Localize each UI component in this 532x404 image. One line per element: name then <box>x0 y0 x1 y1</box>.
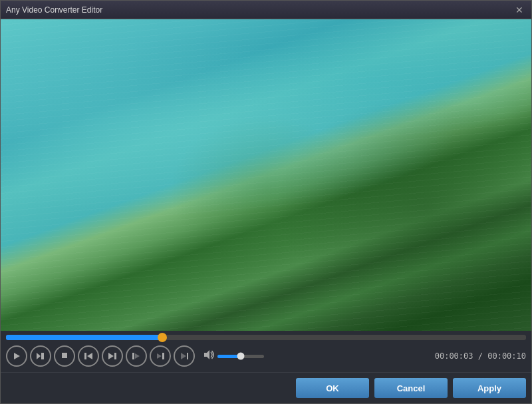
svg-marker-1 <box>37 353 41 359</box>
current-time: 00:00:03 <box>435 351 473 361</box>
volume-thumb[interactable] <box>237 353 245 360</box>
apply-button[interactable]: Apply <box>453 378 526 398</box>
mark-out-button[interactable] <box>150 345 171 367</box>
mark-in-button[interactable] <box>126 345 147 367</box>
svg-marker-9 <box>135 353 140 359</box>
skip-start-button[interactable] <box>78 345 99 367</box>
play-button[interactable] <box>6 345 27 367</box>
svg-marker-5 <box>87 353 92 359</box>
svg-marker-6 <box>108 353 114 359</box>
svg-marker-10 <box>157 353 162 359</box>
window-title: Any Video Converter Editor <box>6 5 102 15</box>
volume-track[interactable] <box>217 355 264 358</box>
svg-marker-12 <box>181 353 186 359</box>
main-window: Any Video Converter Editor ✕ <box>0 0 532 404</box>
progress-bar-container[interactable] <box>1 331 531 343</box>
buttons-row: 00:00:03 / 00:00:10 <box>1 343 531 372</box>
progress-thumb[interactable] <box>158 333 167 342</box>
cancel-button[interactable]: Cancel <box>374 378 448 398</box>
close-button[interactable]: ✕ <box>513 3 526 17</box>
volume-section <box>203 349 264 363</box>
svg-rect-13 <box>187 353 188 359</box>
svg-rect-2 <box>41 353 44 359</box>
video-canvas <box>1 19 531 331</box>
svg-rect-11 <box>162 353 164 359</box>
svg-rect-8 <box>132 353 134 359</box>
clip-button[interactable] <box>174 345 195 367</box>
svg-marker-14 <box>204 350 209 359</box>
footer-buttons: OK Cancel Apply <box>1 372 531 403</box>
ok-button[interactable]: OK <box>296 378 369 398</box>
progress-track[interactable] <box>6 335 526 340</box>
skip-end-button[interactable] <box>102 345 123 367</box>
video-area <box>1 19 531 331</box>
total-time: 00:00:10 <box>487 351 526 361</box>
svg-rect-7 <box>114 353 116 359</box>
volume-icon <box>203 349 215 363</box>
stop-button[interactable] <box>54 345 75 367</box>
controls-area: 00:00:03 / 00:00:10 <box>1 331 531 372</box>
svg-marker-0 <box>14 353 20 359</box>
svg-rect-4 <box>84 353 86 359</box>
time-separator: / <box>473 351 488 361</box>
frame-step-button[interactable] <box>30 345 51 367</box>
video-frame <box>1 19 531 331</box>
time-display: 00:00:03 / 00:00:10 <box>435 351 526 361</box>
title-bar: Any Video Converter Editor ✕ <box>1 1 531 19</box>
svg-rect-3 <box>62 353 67 358</box>
progress-fill <box>6 335 162 340</box>
